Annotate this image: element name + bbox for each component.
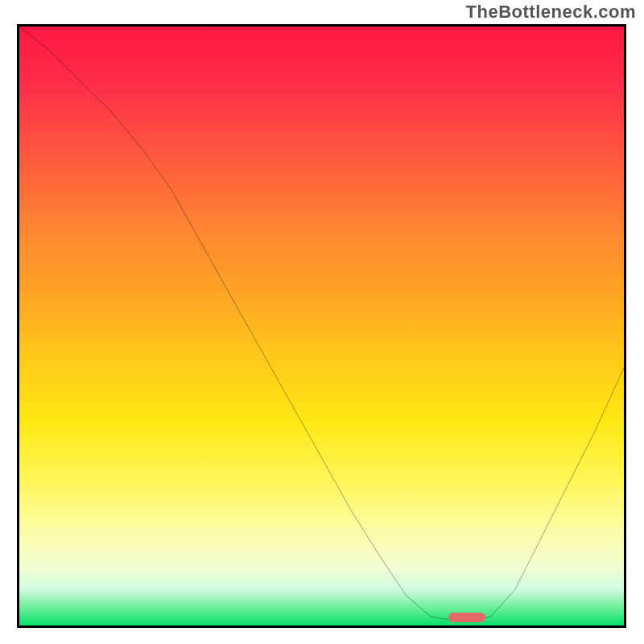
bottleneck-curve: [19, 27, 624, 625]
optimal-marker: [448, 613, 485, 622]
watermark-text: TheBottleneck.com: [466, 2, 636, 23]
plot-area: [17, 24, 626, 628]
